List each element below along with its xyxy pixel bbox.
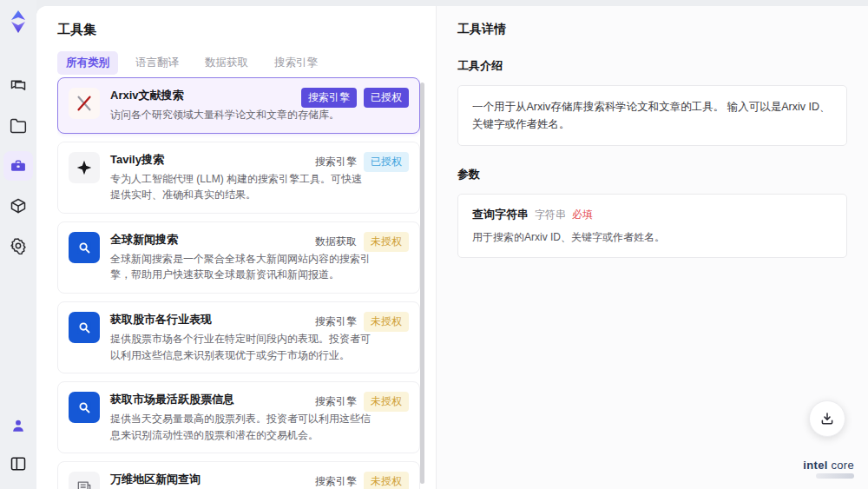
intel-core-logo: intel core [803, 459, 854, 479]
settings-icon [10, 237, 27, 254]
param-card: 查询字符串 字符串 必填 用于搜索的Arxiv ID、关键字或作者姓名。 [457, 194, 847, 258]
intro-card: 一个用于从Arxiv存储库搜索科学论文和文章的工具。 输入可以是Arxiv ID… [457, 85, 847, 146]
folder-icon [10, 117, 27, 135]
user-icon [10, 417, 27, 434]
param-name: 查询字符串 [472, 207, 529, 222]
tool-description: 全球新闻搜索是一个聚合全球各大新闻网站内容的搜索引擎，帮助用户快速获取全球最新资… [110, 251, 371, 283]
download-icon [819, 411, 835, 426]
tab-all-categories[interactable]: 所有类别 [57, 51, 118, 75]
auth-status-badge: 未授权 [364, 392, 409, 412]
tool-list-scrollbar[interactable] [420, 83, 424, 484]
sidebar-item-cube[interactable] [3, 191, 33, 221]
page-title: 工具集 [57, 22, 96, 38]
auth-status-badge: 未授权 [364, 232, 409, 252]
main-content: 工具集 所有类别语言翻译数据获取搜索引擎 Arxiv文献搜索访问各个研究领域大量… [36, 6, 868, 489]
cube-icon [10, 197, 27, 215]
category-badge: 搜索引擎 [301, 88, 357, 108]
download-button[interactable] [809, 400, 845, 437]
tool-card[interactable]: Arxiv文献搜索访问各个研究领域大量科学论文和文章的存储库。搜索引擎已授权 [57, 77, 420, 134]
tool-list: Arxiv文献搜索访问各个研究领域大量科学论文和文章的存储库。搜索引擎已授权Ta… [57, 77, 420, 489]
auth-status-badge: 未授权 [364, 472, 409, 489]
sidebar-item-user[interactable] [3, 411, 33, 440]
tab-2[interactable]: 数据获取 [196, 51, 257, 75]
intel-logo-bar [816, 473, 854, 479]
auth-status-badge: 已授权 [364, 88, 409, 108]
tool-card[interactable]: 全球新闻搜索全球新闻搜索是一个聚合全球各大新闻网站内容的搜索引擎，帮助用户快速获… [57, 221, 420, 294]
tool-details-panel: 工具详情 工具介绍 一个用于从Arxiv存储库搜索科学论文和文章的工具。 输入可… [436, 6, 868, 489]
tavily-icon [69, 152, 100, 183]
category-badge: 搜索引擎 [315, 152, 357, 172]
intel-core-text: core [832, 459, 855, 472]
category-tabs: 所有类别语言翻译数据获取搜索引擎 [57, 51, 326, 75]
category-badge: 搜索引擎 [315, 472, 357, 489]
tab-3[interactable]: 搜索引擎 [266, 51, 326, 75]
intro-text: 一个用于从Arxiv存储库搜索科学论文和文章的工具。 输入可以是Arxiv ID… [472, 98, 832, 133]
tool-card[interactable]: Tavily搜索专为人工智能代理 (LLM) 构建的搜索引擎工具。可快速提供实时… [57, 142, 420, 214]
toolbox-icon [10, 157, 27, 175]
category-badge: 搜索引擎 [315, 392, 357, 412]
category-badge: 数据获取 [315, 232, 357, 252]
tool-description: 提供当天交易量最高的股票列表。投资者可以利用这些信息来识别流动性强的股票和潜在的… [110, 411, 371, 443]
sidebar-item-panel[interactable] [3, 449, 33, 479]
blue-search-icon [69, 312, 100, 343]
tool-card[interactable]: 万维地区新闻查询查询具体行政区划内的新闻，快速了解各地新闻动搜索引擎未授权 [57, 461, 420, 489]
tools-panel: 工具集 所有类别语言翻译数据获取搜索引擎 Arxiv文献搜索访问各个研究领域大量… [36, 6, 436, 489]
param-description: 用于搜索的Arxiv ID、关键字或作者姓名。 [472, 230, 832, 245]
app-logo [5, 9, 31, 35]
sidebar-item-settings[interactable] [3, 231, 33, 261]
arxiv-icon [69, 88, 100, 119]
category-badge: 搜索引擎 [315, 312, 357, 332]
sidebar [0, 0, 36, 489]
panel-icon [10, 455, 27, 472]
chat-icon [10, 77, 27, 95]
intro-heading: 工具介绍 [457, 58, 847, 74]
tool-description: 提供股票市场各个行业在特定时间段内的表现。投资者可以利用这些信息来识别表现优于或… [110, 331, 371, 363]
sidebar-item-toolbox[interactable] [3, 151, 33, 181]
auth-status-badge: 已授权 [364, 152, 409, 172]
auth-status-badge: 未授权 [364, 312, 409, 332]
blue-search-icon [69, 232, 100, 263]
tool-card[interactable]: 获取股市各行业表现提供股票市场各个行业在特定时间段内的表现。投资者可以利用这些信… [57, 301, 420, 373]
newspaper-icon [69, 472, 100, 489]
tool-card[interactable]: 获取市场最活跃股票信息提供当天交易量最高的股票列表。投资者可以利用这些信息来识别… [57, 381, 420, 453]
tool-description: 访问各个研究领域大量科学论文和文章的存储库。 [110, 107, 371, 123]
blue-search-icon [69, 392, 100, 423]
params-heading: 参数 [457, 167, 847, 182]
sidebar-item-chat[interactable] [3, 71, 33, 101]
tool-description: 专为人工智能代理 (LLM) 构建的搜索引擎工具。可快速提供实时、准确和真实的结… [110, 171, 371, 203]
sidebar-item-folder[interactable] [3, 111, 33, 141]
tab-1[interactable]: 语言翻译 [127, 51, 187, 75]
param-required-badge: 必填 [572, 208, 593, 222]
details-title: 工具详情 [457, 22, 847, 37]
param-type: 字符串 [535, 208, 566, 222]
